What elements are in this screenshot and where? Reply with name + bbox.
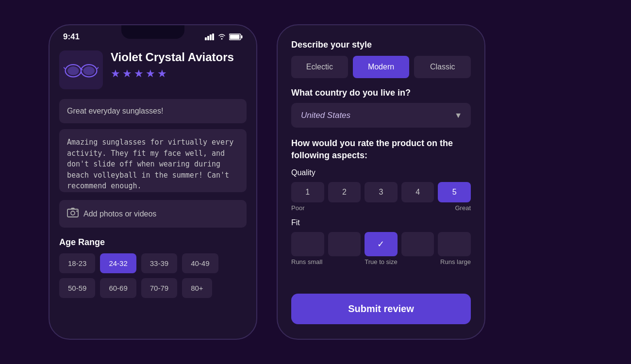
fit-btn-4[interactable] [401,232,434,256]
age-chip-50-59[interactable]: 50-59 [59,278,95,298]
fit-btn-1[interactable] [291,232,324,256]
product-image [59,50,103,89]
left-phone: 9:41 [49,24,257,340]
fit-label-true: True to size [351,258,411,265]
age-chip-60-69[interactable]: 60-69 [100,278,136,298]
svg-point-9 [67,66,79,75]
svg-rect-2 [210,34,212,40]
country-select-wrapper: United States Canada United Kingdom Aust… [291,103,471,128]
svg-point-11 [83,66,95,75]
quality-rating-row: 1 2 3 4 5 [291,182,471,202]
country-question: What country do you live in? [291,88,471,98]
signal-icon [205,33,215,40]
fit-labels: Runs small True to size Runs large [291,258,471,265]
svg-rect-7 [241,35,243,38]
svg-point-15 [71,211,75,215]
svg-rect-3 [212,33,214,40]
star-2: ★ [122,67,132,80]
country-select[interactable]: United States Canada United Kingdom Aust… [291,103,471,128]
star-rating: ★ ★ ★ ★ ★ [111,67,234,80]
star-5: ★ [157,67,167,80]
product-title: Violet Crystal Aviators [111,50,234,65]
fit-label: Fit [291,218,471,227]
age-range-row-1: 18-23 24-32 33-39 40-49 [59,253,247,273]
svg-rect-0 [205,37,207,40]
star-1: ★ [111,67,120,80]
quality-btn-1[interactable]: 1 [291,182,324,202]
age-chip-18-23[interactable]: 18-23 [59,253,95,273]
style-modern[interactable]: Modern [353,56,410,78]
status-time: 9:41 [63,32,80,42]
battery-icon [229,33,243,40]
age-chip-70-79[interactable]: 70-79 [141,278,177,298]
notch [121,25,184,39]
rating-question: How would you rate the product on the fo… [291,137,471,162]
svg-line-12 [64,67,66,69]
svg-rect-14 [67,209,78,217]
glasses-svg [64,60,99,80]
svg-point-4 [221,38,223,40]
quality-label: Quality [291,168,471,177]
wifi-icon [217,33,226,40]
quality-btn-3[interactable]: 3 [365,182,398,202]
style-options: Eclectic Modern Classic [291,56,471,78]
product-header: Violet Crystal Aviators ★ ★ ★ ★ ★ [59,50,247,89]
age-chip-80-plus[interactable]: 80+ [182,278,212,298]
fit-label-small: Runs small [291,258,351,265]
style-eclectic[interactable]: Eclectic [291,56,348,78]
age-chip-33-39[interactable]: 33-39 [141,253,177,273]
add-media-button[interactable]: Add photos or videos [59,200,247,228]
svg-rect-6 [230,35,240,39]
review-body-textarea[interactable]: Amazing sunglasses for virtually every a… [59,129,247,192]
svg-line-13 [97,67,99,69]
quality-btn-2[interactable]: 2 [328,182,361,202]
quality-btn-5[interactable]: 5 [438,182,471,202]
age-chip-24-32[interactable]: 24-32 [100,253,136,273]
fit-label-large: Runs large [411,258,471,265]
product-info: Violet Crystal Aviators ★ ★ ★ ★ ★ [111,50,234,80]
age-chip-40-49[interactable]: 40-49 [182,253,218,273]
submit-review-button[interactable]: Submit review [291,294,471,324]
quality-high-label: Great [455,204,471,212]
quality-btn-4[interactable]: 4 [401,182,434,202]
style-label: Describe your style [291,40,471,50]
quality-low-label: Poor [291,204,304,212]
right-panel: Describe your style Eclectic Modern Clas… [277,24,485,340]
fit-btn-2[interactable] [328,232,361,256]
svg-rect-1 [207,36,209,40]
review-title-input[interactable] [59,99,247,123]
fit-rating-row: ✓ [291,232,471,256]
star-4: ★ [146,67,155,80]
style-classic[interactable]: Classic [414,56,471,78]
age-range-row-2: 50-59 60-69 70-79 80+ [59,278,247,298]
age-range-label: Age Range [59,237,247,248]
add-photo-icon [67,208,79,220]
status-icons [205,33,243,40]
fit-btn-3[interactable]: ✓ [365,232,398,256]
quality-rating-labels: Poor Great [291,204,471,212]
star-3: ★ [134,67,144,80]
add-media-label: Add photos or videos [83,210,156,218]
fit-btn-5[interactable] [438,232,471,256]
